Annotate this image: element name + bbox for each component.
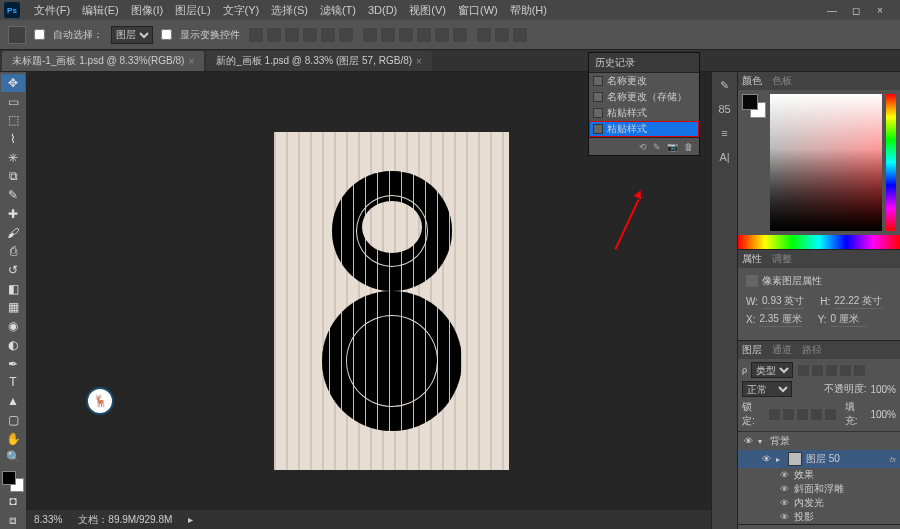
menu-edit[interactable]: 编辑(E) bbox=[76, 3, 125, 18]
distribute-icon[interactable] bbox=[434, 27, 450, 43]
history-row[interactable]: 粘贴样式 bbox=[589, 121, 699, 137]
hand-tool[interactable]: ✋ bbox=[1, 430, 25, 448]
align-icon[interactable] bbox=[266, 27, 282, 43]
fx-badge[interactable]: fx bbox=[890, 455, 896, 464]
3d-mode-icon[interactable] bbox=[512, 27, 528, 43]
lock-icon[interactable] bbox=[782, 408, 795, 421]
menu-layer[interactable]: 图层(L) bbox=[169, 3, 216, 18]
tab-close-icon[interactable]: × bbox=[416, 56, 422, 67]
opacity-value[interactable]: 100% bbox=[870, 384, 896, 395]
panel-color-chips[interactable] bbox=[742, 94, 766, 118]
quick-mask-tool[interactable]: ◘ bbox=[1, 493, 25, 511]
disclosure-icon[interactable]: ▸ bbox=[776, 455, 784, 464]
screen-mode-tool[interactable]: ⧈ bbox=[1, 511, 25, 529]
history-panel-title[interactable]: 历史记录 bbox=[589, 53, 699, 73]
foreground-color-chip[interactable] bbox=[2, 471, 16, 485]
3d-mode-icon[interactable] bbox=[476, 27, 492, 43]
filter-icon[interactable] bbox=[825, 364, 838, 377]
clone-stamp-tool[interactable]: ⎙ bbox=[1, 242, 25, 260]
path-selection-tool[interactable]: ▲ bbox=[1, 392, 25, 410]
distribute-icon[interactable] bbox=[398, 27, 414, 43]
lock-icon[interactable] bbox=[768, 408, 781, 421]
menu-type[interactable]: 文字(Y) bbox=[217, 3, 266, 18]
crop-tool[interactable]: ⧉ bbox=[1, 168, 25, 186]
height-value[interactable]: 22.22 英寸 bbox=[834, 294, 882, 309]
history-trash-icon[interactable]: 🗑 bbox=[684, 142, 693, 152]
tab-swatches[interactable]: 色板 bbox=[772, 74, 792, 88]
history-undo-icon[interactable]: ⟲ bbox=[639, 142, 647, 152]
character-panel-icon[interactable]: A| bbox=[715, 148, 735, 166]
visibility-icon[interactable]: 👁 bbox=[778, 498, 790, 508]
zoom-tool[interactable]: 🔍 bbox=[1, 448, 25, 466]
status-caret-icon[interactable]: ▸ bbox=[188, 514, 193, 525]
show-transform-checkbox[interactable] bbox=[161, 29, 172, 40]
3d-mode-icon[interactable] bbox=[494, 27, 510, 43]
align-icon[interactable] bbox=[248, 27, 264, 43]
tab-color[interactable]: 颜色 bbox=[742, 74, 762, 88]
magic-wand-tool[interactable]: ✳ bbox=[1, 149, 25, 167]
doc-info[interactable]: 文档：89.9M/929.8M bbox=[78, 513, 172, 527]
artboard-tool[interactable]: ▭ bbox=[1, 93, 25, 111]
menu-image[interactable]: 图像(I) bbox=[125, 3, 169, 18]
menu-view[interactable]: 视图(V) bbox=[403, 3, 452, 18]
lasso-tool[interactable]: ⌇ bbox=[1, 130, 25, 148]
visibility-icon[interactable]: 👁 bbox=[742, 436, 754, 446]
menu-file[interactable]: 文件(F) bbox=[28, 3, 76, 18]
healing-brush-tool[interactable]: ✚ bbox=[1, 205, 25, 223]
align-icon[interactable] bbox=[302, 27, 318, 43]
blend-mode-select[interactable]: 正常 bbox=[742, 381, 792, 397]
distribute-icon[interactable] bbox=[380, 27, 396, 43]
distribute-icon[interactable] bbox=[452, 27, 468, 43]
tab-channels[interactable]: 通道 bbox=[772, 343, 792, 357]
menu-select[interactable]: 选择(S) bbox=[265, 3, 314, 18]
document-tab[interactable]: 新的_画板 1.psd @ 8.33% (图层 57, RGB/8) × bbox=[206, 51, 432, 71]
menu-help[interactable]: 帮助(H) bbox=[504, 3, 553, 18]
lock-icon[interactable] bbox=[810, 408, 823, 421]
auto-select-checkbox[interactable] bbox=[34, 29, 45, 40]
tab-properties[interactable]: 属性 bbox=[742, 252, 762, 266]
tab-layers[interactable]: 图层 bbox=[742, 343, 762, 357]
visibility-icon[interactable]: 👁 bbox=[778, 512, 790, 522]
history-row[interactable]: 名称更改（存储） bbox=[589, 89, 699, 105]
hue-slider[interactable] bbox=[886, 94, 896, 231]
layer-effect-row[interactable]: 👁 斜面和浮雕 bbox=[738, 482, 900, 496]
spectrum-bar[interactable] bbox=[738, 235, 900, 249]
brush-panel-icon[interactable]: ✎ bbox=[715, 76, 735, 94]
disclosure-icon[interactable]: ▾ bbox=[758, 437, 766, 446]
blur-tool[interactable]: ◉ bbox=[1, 317, 25, 335]
layer-effect-row[interactable]: 👁 效果 bbox=[738, 468, 900, 482]
filter-icon[interactable] bbox=[853, 364, 866, 377]
document-tab[interactable]: 未标题-1_画板 1.psd @ 8.33%(RGB/8) × bbox=[2, 51, 204, 71]
fg-chip[interactable] bbox=[742, 94, 758, 110]
menu-filter[interactable]: 滤镜(T) bbox=[314, 3, 362, 18]
menu-3d[interactable]: 3D(D) bbox=[362, 4, 403, 16]
align-icon[interactable] bbox=[320, 27, 336, 43]
color-field[interactable] bbox=[770, 94, 882, 231]
filter-icon[interactable] bbox=[839, 364, 852, 377]
filter-icon[interactable] bbox=[797, 364, 810, 377]
layer-filter-kind[interactable]: 类型 bbox=[751, 362, 793, 378]
type-tool[interactable]: T bbox=[1, 374, 25, 392]
tab-close-icon[interactable]: × bbox=[188, 56, 194, 67]
current-tool-icon[interactable] bbox=[8, 26, 26, 44]
eyedropper-tool[interactable]: ✎ bbox=[1, 186, 25, 204]
align-icon[interactable] bbox=[284, 27, 300, 43]
color-chips[interactable] bbox=[2, 471, 24, 492]
history-row[interactable]: 名称更改 bbox=[589, 73, 699, 89]
auto-select-dropdown[interactable]: 图层 bbox=[111, 26, 153, 44]
layer-effect-row[interactable]: 👁 投影 bbox=[738, 510, 900, 524]
pen-tool[interactable]: ✒ bbox=[1, 355, 25, 373]
layer-row-group[interactable]: 👁 ▾ 背景 bbox=[738, 432, 900, 450]
tab-paths[interactable]: 路径 bbox=[802, 343, 822, 357]
tab-adjustments[interactable]: 调整 bbox=[772, 252, 792, 266]
history-snapshot-icon[interactable]: 📷 bbox=[667, 142, 678, 152]
y-value[interactable]: 0 厘米 bbox=[831, 312, 867, 327]
visibility-icon[interactable]: 👁 bbox=[778, 470, 790, 480]
zoom-level[interactable]: 8.33% bbox=[34, 514, 62, 525]
move-tool[interactable]: ✥ bbox=[1, 74, 25, 92]
paragraph-panel-icon[interactable]: ≡ bbox=[715, 124, 735, 142]
visibility-icon[interactable]: 👁 bbox=[760, 454, 772, 464]
history-new-doc-icon[interactable]: ✎ bbox=[653, 142, 661, 152]
close-icon[interactable]: × bbox=[872, 2, 888, 18]
width-value[interactable]: 0.93 英寸 bbox=[762, 294, 804, 309]
